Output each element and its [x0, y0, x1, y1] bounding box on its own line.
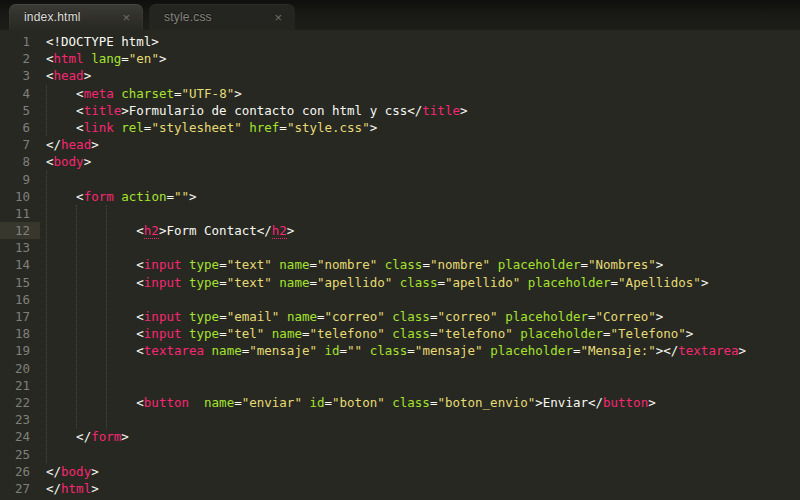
code-token: placeholder — [505, 309, 588, 324]
close-icon[interactable]: × — [119, 10, 133, 25]
code-token: <!DOCTYPE html> — [46, 34, 159, 49]
line-number: 25 — [0, 446, 30, 463]
code-token — [181, 257, 189, 272]
code-token — [392, 275, 400, 290]
code-token: > — [91, 481, 99, 496]
code-token: = — [340, 343, 348, 358]
code-token: textarea — [144, 343, 204, 358]
code-token: "text" — [227, 275, 272, 290]
code-text: <!DOCTYPE html> — [46, 33, 159, 50]
code-token: </ — [46, 464, 61, 479]
code-token: > — [234, 86, 242, 101]
line-number: 27 — [0, 480, 30, 497]
tab-index-html[interactable]: index.html × — [9, 4, 143, 30]
code-token: class — [392, 309, 430, 324]
line-number: 6 — [0, 119, 30, 136]
code-token: < — [46, 309, 144, 324]
line-number: 26 — [0, 463, 30, 480]
code-token: < — [46, 86, 84, 101]
code-token — [520, 275, 528, 290]
tab-label[interactable]: style.css — [164, 10, 263, 24]
code-line: 7</head> — [0, 136, 800, 153]
code-token: "apellido" — [317, 275, 392, 290]
code-token — [264, 326, 272, 341]
code-text: <textarea name="mensaje" id="" class="me… — [46, 342, 746, 359]
code-token: class — [385, 257, 423, 272]
code-token: "mensaje" — [249, 343, 317, 358]
line-number: 9 — [0, 171, 30, 188]
code-token: </ — [46, 137, 61, 152]
close-icon[interactable]: × — [271, 10, 285, 25]
code-token: h2 — [272, 223, 287, 239]
line-number: 16 — [0, 291, 30, 308]
code-token: "Telefono" — [611, 326, 686, 341]
tab-label[interactable]: index.html — [24, 10, 111, 24]
code-token: "Mensaje:" — [580, 343, 655, 358]
code-token: < — [46, 68, 54, 83]
code-token: class — [392, 395, 430, 410]
indent-guide — [76, 205, 77, 429]
code-text: <h2>Form Contact</h2> — [46, 222, 294, 239]
line-number: 2 — [0, 50, 30, 67]
editor-window: index.html × style.css × 1<!DOCTYPE html… — [0, 0, 800, 500]
code-token: >Enviar</ — [535, 395, 603, 410]
code-token: < — [46, 120, 84, 135]
code-token: = — [174, 86, 182, 101]
code-token: = — [588, 309, 596, 324]
code-token: < — [46, 257, 144, 272]
line-number: 19 — [0, 342, 30, 359]
code-token: > — [84, 68, 92, 83]
code-text: <button name="enviar" id="boton" class="… — [46, 394, 656, 411]
code-text: </head> — [46, 136, 99, 153]
code-token: </ — [46, 481, 61, 496]
code-text: <input type="text" name="apellido" class… — [46, 274, 708, 291]
code-token: = — [219, 326, 227, 341]
code-line: 20 — [0, 360, 800, 377]
code-token: input — [144, 257, 182, 272]
code-token: rel — [121, 120, 144, 135]
code-line: 2<html lang="en"> — [0, 50, 800, 67]
code-token: title — [84, 103, 122, 118]
code-token: href — [249, 120, 279, 135]
code-line: 25 — [0, 446, 800, 463]
code-token: type — [189, 309, 219, 324]
line-number: 1 — [0, 33, 30, 50]
code-line: 21 — [0, 377, 800, 394]
code-token: = — [580, 257, 588, 272]
code-token: type — [189, 275, 219, 290]
code-token: "" — [347, 343, 362, 358]
code-text: <link rel="stylesheet" href="style.css"> — [46, 119, 377, 136]
code-token: > — [91, 137, 99, 152]
code-token — [204, 343, 212, 358]
code-area: 1<!DOCTYPE html>2<html lang="en">3<head>… — [0, 33, 800, 497]
code-token: < — [46, 51, 54, 66]
code-token: h2 — [144, 223, 159, 239]
code-line: 4 <meta charset="UTF-8"> — [0, 85, 800, 102]
code-token: input — [144, 275, 182, 290]
tab-style-css[interactable]: style.css × — [149, 4, 295, 30]
code-token: "boton" — [332, 395, 385, 410]
line-number: 10 — [0, 188, 30, 205]
code-token: name — [279, 257, 309, 272]
code-text: <form action=""> — [46, 188, 197, 205]
code-token: placeholder — [528, 275, 611, 290]
code-token: > — [287, 223, 295, 238]
code-line: 5 <title>Formulario de contacto con html… — [0, 102, 800, 119]
code-token: > — [686, 326, 694, 341]
code-token: = — [234, 395, 242, 410]
code-token: "style.css" — [287, 120, 370, 135]
code-line: 8<body> — [0, 153, 800, 170]
code-token: < — [46, 275, 144, 290]
code-editor[interactable]: 1<!DOCTYPE html>2<html lang="en">3<head>… — [0, 30, 800, 500]
line-number: 14 — [0, 256, 30, 273]
code-token: name — [272, 326, 302, 341]
tab-bar: index.html × style.css × — [0, 0, 800, 30]
code-token — [279, 309, 287, 324]
code-line: 15 <input type="text" name="apellido" cl… — [0, 274, 800, 291]
code-token: "Correo" — [596, 309, 656, 324]
code-token: type — [189, 326, 219, 341]
line-number: 21 — [0, 377, 30, 394]
code-text: </form> — [46, 428, 129, 445]
code-line: 3<head> — [0, 67, 800, 84]
code-line: 18 <input type="tel" name="telefono" cla… — [0, 325, 800, 342]
